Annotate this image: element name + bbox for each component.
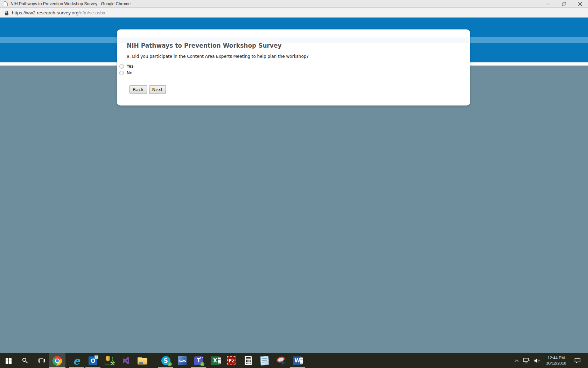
volume-tray-button[interactable]	[532, 353, 542, 368]
radio-yes[interactable]	[119, 64, 124, 69]
survey-nav-buttons: Back Next	[130, 85, 166, 94]
skype-icon: S✓	[161, 356, 170, 365]
url-text[interactable]: https://ww2.research-survey.org/efm/se.a…	[12, 10, 105, 15]
snipping-tool-icon: ✂	[276, 356, 286, 365]
taskbar-file-explorer-button[interactable]	[134, 353, 150, 368]
taskbar-excel-button[interactable]: X	[207, 353, 223, 368]
url-domain: https://ww2.research-survey.org	[12, 10, 78, 15]
outlook-icon: O✓	[89, 356, 97, 365]
tray-time: 12:44 PM	[547, 355, 565, 361]
taskbar-word-button[interactable]: W	[289, 353, 306, 368]
task-view-icon	[38, 358, 45, 363]
taskbar-visual-studio-button[interactable]	[118, 353, 134, 368]
tray-overflow-button[interactable]	[512, 353, 522, 368]
minimize-icon	[546, 2, 550, 6]
survey-card: NIH Pathways to Prevention Workshop Surv…	[117, 29, 470, 105]
url-path: /efm/se.ashx	[78, 10, 105, 15]
excel-icon: X	[211, 356, 219, 365]
visual-studio-icon	[121, 356, 131, 365]
filezilla-icon: Fz	[227, 356, 236, 365]
restore-button[interactable]	[556, 0, 572, 8]
taskbar-sas-button[interactable]: sas	[174, 353, 190, 368]
window-titlebar[interactable]: NIH Pathways to Prevention Workshop Surv…	[0, 0, 588, 8]
calculator-icon	[245, 356, 252, 365]
search-icon	[22, 358, 28, 363]
word-icon: W	[293, 356, 302, 365]
close-button[interactable]	[572, 0, 588, 8]
taskbar-snipping-tool-button[interactable]: ✂	[273, 353, 289, 368]
admin-tools-icon: ⚒	[105, 356, 114, 366]
survey-question: 9. Did you participate in the Content Ar…	[127, 54, 309, 59]
taskbar-filezilla-button[interactable]: Fz	[223, 353, 240, 368]
action-center-button[interactable]	[570, 353, 585, 368]
action-center-icon	[574, 358, 581, 363]
desktop-screen: NIH Pathways to Prevention Workshop Surv…	[0, 0, 588, 368]
radio-no[interactable]	[119, 71, 124, 75]
system-tray: 12:44 PM 10/12/2018	[512, 353, 588, 368]
start-button[interactable]	[0, 353, 17, 368]
radio-yes-label[interactable]: Yes	[127, 64, 133, 69]
taskbar-notepad-button[interactable]	[256, 353, 273, 368]
survey-title: NIH Pathways to Prevention Workshop Surv…	[127, 42, 282, 49]
taskbar-internet-explorer-button[interactable]: e	[68, 353, 85, 368]
file-explorer-icon	[138, 357, 147, 364]
lock-icon	[5, 11, 9, 15]
taskbar-skype-button[interactable]: S✓	[158, 353, 174, 368]
teams-icon: T••✓	[194, 356, 203, 365]
back-button[interactable]: Back	[130, 85, 147, 94]
taskbar-chrome-button[interactable]	[49, 353, 65, 368]
browser-viewport: NIH Pathways to Prevention Workshop Surv…	[0, 18, 588, 353]
task-view-button[interactable]	[34, 353, 49, 368]
taskbar-calculator-button[interactable]	[240, 353, 256, 368]
windows-logo-icon	[6, 358, 12, 364]
tray-date: 10/12/2018	[546, 361, 566, 366]
taskbar-admin-tools-button[interactable]: ⚒	[101, 353, 118, 368]
network-icon	[523, 358, 530, 363]
taskbar: e O✓ ⚒ S✓ sas T••✓ X Fz	[0, 353, 588, 368]
window-title: NIH Pathways to Prevention Workshop Surv…	[10, 1, 131, 6]
restore-icon	[562, 2, 566, 6]
network-tray-button[interactable]	[522, 353, 532, 368]
taskbar-outlook-button[interactable]: O✓	[85, 353, 101, 368]
speaker-icon	[534, 358, 540, 363]
chrome-icon	[52, 356, 62, 366]
next-button[interactable]: Next	[149, 85, 166, 94]
taskbar-teams-button[interactable]: T••✓	[190, 353, 207, 368]
taskbar-search-button[interactable]	[17, 353, 34, 368]
sas-icon: sas	[178, 356, 187, 365]
address-bar[interactable]: https://ww2.research-survey.org/efm/se.a…	[0, 8, 588, 18]
chevron-up-icon	[514, 360, 519, 362]
page-favicon-icon	[4, 1, 8, 6]
radio-no-label[interactable]: No	[127, 70, 132, 75]
internet-explorer-icon: e	[73, 356, 80, 366]
close-icon	[578, 2, 582, 6]
option-row-yes[interactable]: Yes	[119, 63, 133, 69]
notepad-icon	[260, 356, 269, 366]
window-controls	[540, 0, 588, 8]
option-row-no[interactable]: No	[119, 70, 132, 76]
tray-clock[interactable]: 12:44 PM 10/12/2018	[542, 353, 570, 368]
minimize-button[interactable]	[540, 0, 556, 8]
